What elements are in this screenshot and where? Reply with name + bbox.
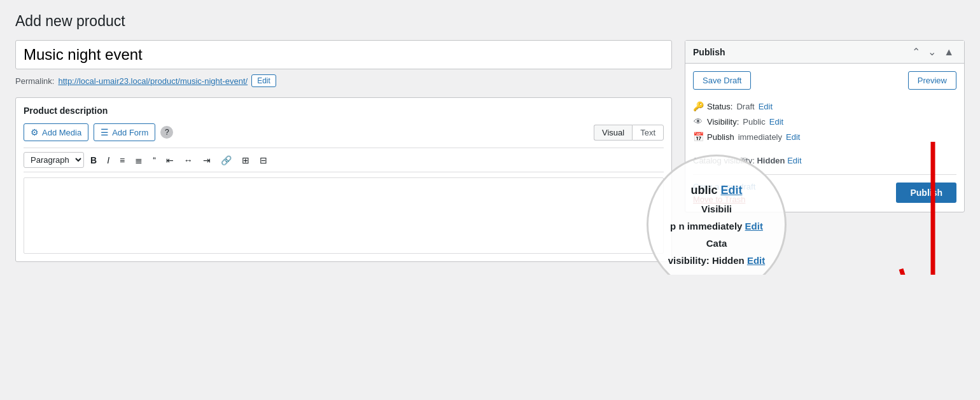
status-icon: 🔑 — [693, 101, 703, 111]
catalog-visibility-edit-link[interactable]: Edit — [787, 156, 801, 165]
view-tabs: Visual Text — [594, 125, 664, 141]
add-media-button[interactable]: ⚙ Add Media — [24, 123, 88, 141]
visibility-icon: 👁 — [693, 116, 703, 127]
permalink-label: Permalink: — [15, 76, 54, 86]
visual-tab[interactable]: Visual — [594, 125, 632, 141]
align-right-button[interactable]: ⇥ — [199, 153, 214, 167]
save-draft-button[interactable]: Save Draft — [693, 71, 751, 90]
magnifier-edit-link3[interactable]: Edit — [747, 255, 765, 266]
visibility-label: Visibility: — [707, 117, 739, 127]
svg-line-2 — [901, 269, 933, 275]
collapse-up-button[interactable]: ⌃ — [909, 46, 923, 58]
text-tab[interactable]: Text — [632, 125, 664, 141]
permalink-bar: Permalink: http://local-umair23.local/pr… — [15, 74, 672, 87]
page-title: Add new product — [15, 13, 965, 30]
publish-header-controls: ⌃ ⌄ ▲ — [909, 46, 956, 58]
move-to-trash-link[interactable]: Move to Trash — [693, 195, 745, 204]
publish-button[interactable]: Publish — [896, 183, 956, 203]
status-value: Draft — [736, 102, 754, 111]
publish-header: Publish ⌃ ⌄ ▲ — [685, 41, 964, 64]
blockquote-button[interactable]: “ — [149, 153, 160, 167]
publish-action-row: Save Draft Preview — [693, 71, 956, 90]
catalog-visibility-value: Hidden — [757, 156, 785, 165]
editor-toolbar-top: ⚙ Add Media ☰ Add Form ? Visual Text — [24, 123, 664, 141]
preview-button[interactable]: Preview — [908, 71, 956, 90]
bold-button[interactable]: B — [87, 153, 101, 167]
ordered-list-button[interactable]: ≣ — [131, 153, 146, 167]
align-left-button[interactable]: ⇤ — [162, 153, 178, 167]
publish-time-row: 📅 Publish immediately Edit — [693, 129, 956, 144]
magnifier-cat-vis: Catavisibility: Hidden Edit — [668, 235, 766, 269]
table-button[interactable]: ⊞ — [238, 153, 253, 167]
publish-box: Publish ⌃ ⌄ ▲ Save Draft Preview 🔑 Statu… — [685, 40, 965, 212]
editor-content[interactable] — [24, 177, 664, 254]
catalog-visibility-row: Catalog visibility: Hidden Edit — [693, 153, 956, 165]
more-options-button[interactable]: ⊟ — [256, 153, 271, 167]
magnifier-pub-immediately: p n immediately Edit — [668, 217, 766, 235]
visibility-row: 👁 Visibility: Public Edit — [693, 114, 956, 129]
publish-time-value: immediately — [738, 132, 782, 142]
link-button[interactable]: 🔗 — [217, 153, 235, 167]
catalog-visibility-label: Catalog visibility: — [693, 156, 757, 165]
status-row: 🔑 Status: Draft Edit — [693, 99, 956, 114]
editor-box: Product description ⚙ Add Media ☰ Add Fo… — [15, 97, 672, 262]
product-title-input[interactable] — [15, 40, 672, 69]
add-media-label: Add Media — [42, 128, 81, 137]
visibility-edit-link[interactable]: Edit — [769, 117, 783, 127]
add-form-icon: ☰ — [101, 127, 109, 137]
content-area: Permalink: http://local-umair23.local/pr… — [15, 40, 672, 262]
copy-draft-link[interactable]: Copy a new draft — [693, 182, 755, 191]
add-form-button[interactable]: ☰ Add Form — [94, 123, 155, 141]
publish-time-label: Publish — [707, 132, 734, 142]
publish-footer: Copy a new draft Move to Trash Publish — [693, 174, 956, 204]
publish-body: Save Draft Preview 🔑 Status: Draft Edit … — [685, 64, 964, 212]
editor-section-title: Product description — [24, 106, 664, 116]
collapse-down-button[interactable]: ⌄ — [925, 46, 939, 58]
sidebar: Publish ⌃ ⌄ ▲ Save Draft Preview 🔑 Statu… — [685, 40, 965, 212]
permalink-url[interactable]: http://local-umair23.local/product/music… — [58, 76, 248, 86]
status-label: Status: — [707, 102, 732, 111]
visibility-value: Public — [743, 117, 765, 127]
status-edit-link[interactable]: Edit — [759, 102, 773, 111]
italic-button[interactable]: I — [103, 153, 113, 167]
format-toolbar: Paragraph Heading 1 Heading 2 Heading 3 … — [24, 148, 664, 172]
paragraph-select[interactable]: Paragraph Heading 1 Heading 2 Heading 3 — [24, 152, 84, 168]
calendar-icon: 📅 — [693, 132, 703, 142]
align-center-button[interactable]: ↔ — [180, 153, 197, 167]
help-icon[interactable]: ? — [160, 126, 173, 139]
magnifier-edit-link2[interactable]: Edit — [745, 221, 763, 231]
publish-time-edit-link[interactable]: Edit — [786, 132, 800, 142]
publish-footer-left: Copy a new draft Move to Trash — [693, 181, 755, 204]
unordered-list-button[interactable]: ≡ — [116, 153, 129, 167]
publish-meta: 🔑 Status: Draft Edit 👁 Visibility: Publi… — [693, 99, 956, 144]
collapse-arrow-button[interactable]: ▲ — [941, 46, 956, 58]
add-form-label: Add Form — [112, 128, 148, 137]
permalink-edit-button[interactable]: Edit — [251, 74, 276, 87]
publish-header-title: Publish — [693, 47, 725, 57]
add-media-icon: ⚙ — [31, 127, 39, 137]
